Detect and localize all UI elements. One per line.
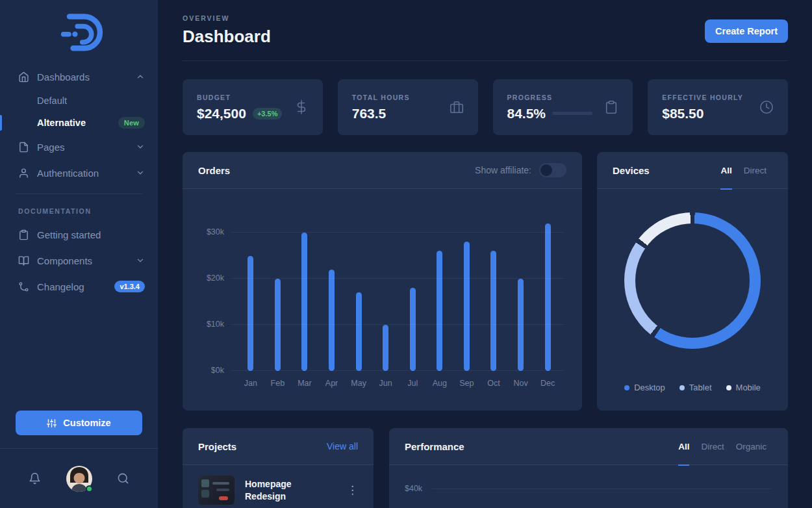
brand-logo[interactable] [0,0,158,62]
stat-value: 763.5 [352,106,387,121]
project-list-item[interactable]: Homepage Redesign ⋮ [183,465,374,505]
order-bar [356,292,362,371]
stat-label: PROGRESS [507,94,593,101]
sidebar-item-alternative[interactable]: Alternative New [0,112,158,134]
brand-logo-icon [55,11,103,51]
version-badge: v1.3.4 [114,281,145,292]
legend-dot [624,385,629,390]
performance-tabs: All Direct Organic [672,428,772,465]
sidebar: Dashboards Default Alternative New Pages… [0,0,158,508]
orders-title: Orders [198,165,230,176]
x-axis-label: Oct [480,379,507,388]
clipboard-icon [604,100,618,114]
sidebar-item-label: Authentication [37,168,99,179]
sidebar-item-label: Alternative [37,118,86,128]
y-axis-label: $30k [198,227,224,236]
header-divider [183,60,788,61]
sidebar-divider [16,194,142,194]
order-bar [329,270,335,371]
page-eyebrow: OVERVIEW [183,14,271,22]
main-content: OVERVIEW Dashboard Create Report BUDGET … [158,0,812,508]
tab-direct[interactable]: Direct [695,428,730,465]
devices-donut [624,212,761,349]
y-gridline: $30k [231,232,564,233]
sidebar-item-changelog[interactable]: Changelog v1.3.4 [0,273,158,299]
legend-label: Desktop [634,383,665,392]
sidebar-item-default[interactable]: Default [0,90,158,112]
kebab-menu-icon[interactable]: ⋮ [347,485,358,496]
performance-plot: $40k [389,484,788,508]
y-gridline: $0k [231,370,564,371]
y-axis-label: $20k [198,273,224,283]
legend-dot [726,385,731,390]
page-header: OVERVIEW Dashboard Create Report [183,14,788,47]
sidebar-item-label: Changelog [37,281,84,292]
chevron-down-icon [136,256,145,265]
sidebar-item-pages[interactable]: Pages [0,134,158,160]
tab-organic[interactable]: Organic [730,428,772,465]
sidebar-item-label: Default [37,95,67,106]
tab-all[interactable]: All [672,428,695,465]
devices-tabs: All Direct [715,152,772,189]
x-axis-label: Jan [237,379,264,388]
tab-all[interactable]: All [715,152,737,189]
stat-value: $85.50 [662,106,704,121]
view-all-link[interactable]: View all [327,441,358,451]
sidebar-item-components[interactable]: Components [0,248,158,273]
order-bar [301,233,307,371]
show-affiliate-toggle[interactable] [539,163,566,177]
performance-card: Performance All Direct Organic $40k [389,428,788,508]
order-bar [464,242,470,371]
sidebar-item-getting-started[interactable]: Getting started [0,222,158,248]
order-bar [383,325,388,371]
x-axis-label: Feb [264,379,292,388]
bell-icon[interactable] [29,472,41,485]
x-axis-label: Jun [372,379,400,388]
legend-label: Tablet [689,383,712,392]
show-affiliate-label: Show affiliate: [475,165,531,175]
projects-title: Projects [198,441,236,452]
sliders-icon [47,418,57,428]
sidebar-item-dashboards[interactable]: Dashboards [0,64,158,90]
customize-button[interactable]: Customize [16,411,142,435]
stats-row: BUDGET $24,500 +3.5% TOTAL HOURS 763.5 P… [183,79,788,135]
order-bar [545,223,551,371]
orders-xlabels: JanFebMarAprMayJunJulAugSepOctNovDec [237,379,561,388]
tab-direct[interactable]: Direct [738,152,772,189]
sidebar-item-label: Dashboards [37,71,90,83]
delta-badge: +3.5% [253,108,283,120]
legend-item: Tablet [679,383,712,392]
sidebar-nav: Dashboards Default Alternative New Pages… [0,62,158,299]
sidebar-section-label: DOCUMENTATION [0,202,158,222]
sidebar-footer [0,448,158,508]
chevron-up-icon [136,72,145,81]
avatar[interactable] [66,466,92,492]
stat-value: $24,500 [197,106,246,121]
performance-gridline [432,489,772,489]
stat-label: EFFECTIVE HOURLY [662,94,743,101]
performance-ytick: $40k [405,484,432,493]
create-report-button[interactable]: Create Report [705,19,788,43]
clipboard-icon [18,229,29,240]
sidebar-item-authentication[interactable]: Authentication [0,160,158,186]
order-bar [437,251,442,371]
new-badge: New [118,117,145,129]
devices-donut-hole [635,223,750,338]
x-axis-label: May [345,379,372,388]
x-axis-label: Mar [291,379,318,388]
search-icon[interactable] [117,472,129,485]
order-bar [518,279,524,371]
y-axis-label: $10k [198,320,224,329]
stat-card-effective-hourly: EFFECTIVE HOURLY $85.50 [648,79,788,135]
x-axis-label: Apr [318,379,346,388]
stat-card-budget: BUDGET $24,500 +3.5% [183,79,323,135]
stat-label: BUDGET [197,94,282,101]
sidebar-item-label: Pages [37,142,65,153]
dollar-icon [294,100,309,114]
performance-title: Performance [405,441,464,452]
sidebar-item-label: Components [37,255,92,266]
legend-item: Desktop [624,383,665,392]
progress-bar [552,112,592,115]
x-axis-label: Aug [426,379,453,388]
x-axis-label: Sep [453,379,481,388]
